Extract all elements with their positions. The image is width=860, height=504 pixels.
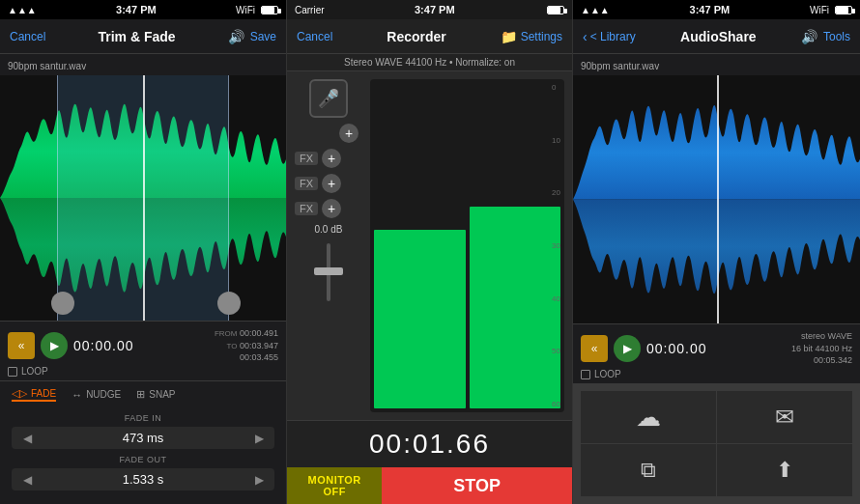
share-actions: ☁ ✉ ⧉ ⬆ xyxy=(573,383,860,504)
transport-info-left: FROM 00:00.491 TO 00:03.947 00:03.455 xyxy=(215,327,278,364)
fader-track-wrap xyxy=(327,238,330,306)
trim-fade-panel: ▲▲▲ 3:47 PM WiFi Cancel Trim & Fade 🔊 Sa… xyxy=(0,0,287,504)
nudge-icon: ↔ xyxy=(72,389,82,401)
snap-icon: ⊞ xyxy=(136,388,145,401)
vu-meter-container: 0 10 20 30 40 50 60 xyxy=(370,79,564,412)
vu-meter-area: 0 10 20 30 40 50 60 xyxy=(370,79,564,412)
rewind-button-right[interactable]: « xyxy=(581,335,608,362)
transport-info-right: stereo WAVE 16 bit 44100 Hz 00:05.342 xyxy=(791,330,852,367)
signal-icon-right: ▲▲▲ xyxy=(581,5,610,15)
settings-button-mid[interactable]: Settings xyxy=(521,30,562,43)
filename-right: 90bpm santur.wav xyxy=(573,54,860,75)
mic-icon: 🎤 xyxy=(318,88,339,109)
mixer-area: 🎤 + FX + FX + FX + 0.0 dB xyxy=(287,71,572,420)
fader-thumb[interactable] xyxy=(314,267,343,275)
play-button-right[interactable]: ▶ xyxy=(614,335,641,362)
wifi-icon: WiFi xyxy=(236,5,255,15)
status-bar-right: ▲▲▲ 3:47 PM WiFi xyxy=(573,0,860,19)
fx-label-2: FX xyxy=(295,177,318,190)
audioshare-panel: ▲▲▲ 3:47 PM WiFi ‹ < Library AudioShare … xyxy=(573,0,860,504)
handle-right[interactable] xyxy=(217,292,241,315)
play-icon-left: ▶ xyxy=(50,339,59,352)
fx-row-3: FX + xyxy=(295,199,362,218)
fader-track xyxy=(327,243,330,301)
waveform-right[interactable] xyxy=(573,75,860,323)
chevron-left-icon: ‹ xyxy=(583,29,588,44)
fx-row-1: FX + xyxy=(295,149,362,168)
rewind-button-left[interactable]: « xyxy=(8,332,35,359)
cloud-icon: ☁ xyxy=(636,403,661,433)
vu-bar-right xyxy=(470,83,561,408)
nav-bar-mid: Cancel Recorder 📁 Settings xyxy=(287,19,572,54)
fade-out-label: FADE OUT xyxy=(12,455,274,464)
folder-icon-mid: 📁 xyxy=(501,29,517,44)
loop-checkbox-left[interactable] xyxy=(8,367,17,377)
cancel-button-mid[interactable]: Cancel xyxy=(297,30,332,43)
tools-row: ◁▷ FADE ↔ NUDGE ⊞ SNAP xyxy=(0,380,286,407)
copy-button[interactable]: ⧉ xyxy=(581,444,716,496)
fade-in-label: FADE IN xyxy=(12,413,274,423)
rewind-icon-left: « xyxy=(18,339,25,352)
fx-row-2: FX + xyxy=(295,174,362,193)
export-button[interactable]: ⬆ xyxy=(717,444,852,496)
db-label: 0.0 dB xyxy=(315,224,343,235)
recorder-buttons: MONITOR OFF STOP xyxy=(287,467,572,504)
mic-button[interactable]: 🎤 xyxy=(309,79,348,118)
mail-button[interactable]: ✉ xyxy=(717,391,852,443)
vu-bar-left xyxy=(374,83,466,408)
cancel-button-left[interactable]: Cancel xyxy=(10,30,45,43)
status-time-right: 3:47 PM xyxy=(690,4,731,15)
nudge-tool-btn[interactable]: ↔ NUDGE xyxy=(72,389,121,401)
play-button-left[interactable]: ▶ xyxy=(41,332,68,359)
tools-button-right[interactable]: Tools xyxy=(823,30,850,43)
status-icons-mid xyxy=(545,6,564,14)
save-button-left[interactable]: Save xyxy=(250,30,276,43)
filename-left: 90bpm santur.wav xyxy=(0,54,286,75)
status-bar-left: ▲▲▲ 3:47 PM WiFi xyxy=(0,0,286,19)
speaker-icon-right: 🔊 xyxy=(801,29,817,44)
fx-add-3[interactable]: + xyxy=(322,199,341,218)
time-display-left: 00:00.00 xyxy=(73,338,134,353)
fade-section: FADE IN ◀ 473 ms ▶ FADE OUT ◀ 1.533 s ▶ xyxy=(0,407,286,504)
export-icon: ⬆ xyxy=(776,458,793,483)
fade-tool-btn[interactable]: ◁▷ FADE xyxy=(12,387,56,402)
fx-add-2[interactable]: + xyxy=(322,174,341,193)
fade-in-decrement[interactable]: ◀ xyxy=(19,432,35,445)
nav-bar-right: ‹ < Library AudioShare 🔊 Tools xyxy=(573,19,860,54)
fade-in-increment[interactable]: ▶ xyxy=(251,432,267,445)
fade-out-increment[interactable]: ▶ xyxy=(251,473,267,487)
monitor-button[interactable]: MONITOR OFF xyxy=(287,467,382,504)
fade-out-value: 1.533 s xyxy=(41,472,245,487)
fade-icon: ◁▷ xyxy=(12,387,27,400)
copy-icon: ⧉ xyxy=(641,458,656,483)
mail-icon: ✉ xyxy=(775,404,794,431)
battery-icon-mid xyxy=(547,6,564,14)
nav-bar-left: Cancel Trim & Fade 🔊 Save xyxy=(0,19,286,54)
status-icons-right: WiFi xyxy=(810,5,852,15)
library-back-button[interactable]: ‹ < Library xyxy=(583,29,636,44)
add-icon-1: + xyxy=(339,124,358,143)
recorder-info: Stereo WAVE 44100 Hz • Normalize: on xyxy=(287,54,572,71)
playhead-right xyxy=(717,75,719,323)
nav-title-left: Trim & Fade xyxy=(98,29,175,44)
loop-checkbox-right[interactable] xyxy=(581,370,590,379)
fx-label-3: FX xyxy=(295,202,318,215)
wifi-icon-right: WiFi xyxy=(810,5,829,15)
cloud-upload-button[interactable]: ☁ xyxy=(581,391,716,443)
stop-button[interactable]: STOP xyxy=(382,467,572,504)
vu-scale: 0 10 20 30 40 50 60 xyxy=(552,83,560,408)
channel-strip: 🎤 + FX + FX + FX + 0.0 dB xyxy=(295,79,362,412)
vu-bar-right-green xyxy=(470,207,561,408)
fx-add-1[interactable]: + xyxy=(322,149,341,168)
signal-icon: ▲▲▲ xyxy=(8,5,37,15)
rewind-icon-right: « xyxy=(591,342,598,355)
vu-bar-left-green xyxy=(374,230,466,408)
waveform-left[interactable] xyxy=(0,75,286,321)
fade-out-decrement[interactable]: ◀ xyxy=(19,473,35,487)
snap-tool-btn[interactable]: ⊞ SNAP xyxy=(136,388,175,401)
battery-icon-right xyxy=(835,6,852,14)
add-channel-btn[interactable]: + xyxy=(295,124,358,143)
transport-left: « ▶ 00:00.00 FROM 00:00.491 TO 00:03.947… xyxy=(0,321,286,380)
carrier-label-mid: Carrier xyxy=(295,5,325,15)
fader-area: 0.0 dB xyxy=(295,224,362,306)
